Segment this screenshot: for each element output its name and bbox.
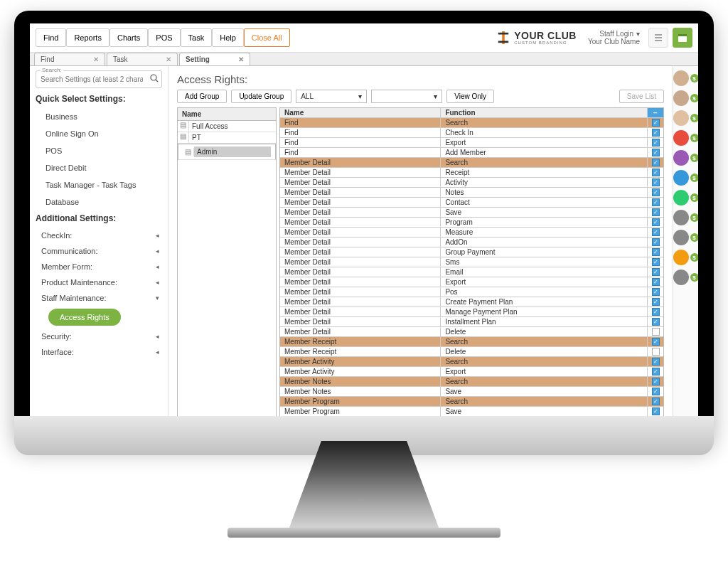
checkbox[interactable]: ✓ [652, 208, 660, 216]
sidebar-item-staff-maintenance-[interactable]: Staff Maintenance:▾ [36, 290, 162, 306]
tab-setting[interactable]: Setting✕ [179, 53, 250, 65]
sidebar-item-task-manager-task-tags[interactable]: Task Manager - Task Tags [36, 176, 162, 193]
user-menu[interactable]: Staff Login▾ Your Club Name [588, 30, 640, 46]
user-avatar[interactable]: $ [673, 170, 699, 186]
checkbox[interactable]: ✓ [652, 198, 660, 206]
filter-select[interactable]: ALL▾ [296, 90, 367, 103]
search-settings[interactable]: Search: [36, 70, 162, 88]
save-list-button[interactable]: Save List [619, 90, 664, 103]
sidebar-item-product-maintenance-[interactable]: Product Maintenance:◂ [36, 274, 162, 290]
dollar-icon[interactable]: $ [690, 134, 699, 142]
sidebar-item-database[interactable]: Database [36, 193, 162, 210]
checkbox[interactable]: ✓ [652, 188, 660, 196]
sidebar-item-online-sign-on[interactable]: Online Sign On [36, 125, 162, 142]
sidebar-item-direct-debit[interactable]: Direct Debit [36, 159, 162, 176]
group-row[interactable]: ▤Full Access [178, 121, 276, 132]
sidebar-item-checkin-[interactable]: CheckIn:◂ [36, 228, 162, 243]
add-group-button[interactable]: Add Group [177, 90, 227, 103]
drag-icon[interactable]: ▤ [178, 121, 189, 132]
checkbox[interactable]: ✓ [652, 298, 660, 306]
chevron-left-icon: ◂ [156, 279, 159, 286]
group-row[interactable]: ▤Admin [178, 144, 276, 160]
calendar-icon[interactable] [673, 28, 692, 48]
checkbox[interactable]: ✓ [652, 149, 660, 156]
sidebar-item-communication-[interactable]: Communication:◂ [36, 243, 162, 259]
sidebar-item-security-[interactable]: Security:◂ [36, 329, 162, 344]
checkbox[interactable]: ✓ [652, 178, 660, 186]
user-avatar[interactable]: $ [673, 250, 699, 265]
tab-find[interactable]: Find✕ [34, 53, 105, 65]
user-avatar[interactable]: $ [673, 110, 699, 126]
checkbox[interactable]: ✓ [652, 238, 660, 246]
user-avatar[interactable]: $ [673, 150, 699, 166]
close-icon[interactable]: ✕ [238, 55, 244, 63]
user-avatar[interactable]: $ [673, 210, 699, 225]
checkbox[interactable]: ✓ [652, 278, 660, 286]
checkbox[interactable]: ✓ [652, 378, 660, 385]
dollar-icon[interactable]: $ [690, 273, 699, 282]
checkbox[interactable]: ✓ [652, 308, 660, 316]
checkbox[interactable]: ✓ [652, 338, 660, 346]
sidebar-item-pos[interactable]: POS [36, 142, 162, 159]
search-icon[interactable] [150, 74, 159, 84]
sidebar-item-business[interactable]: Business [36, 108, 162, 125]
dollar-icon[interactable]: $ [690, 174, 699, 182]
secondary-select[interactable]: ▾ [371, 90, 442, 103]
user-avatar[interactable]: $ [673, 130, 699, 146]
dollar-icon[interactable]: $ [690, 253, 699, 262]
toolbar-pos-button[interactable]: POS [148, 28, 180, 47]
toolbar-close-all-button[interactable]: Close All [244, 28, 290, 47]
checkbox[interactable]: ✓ [652, 407, 660, 415]
checkbox[interactable]: ✓ [652, 129, 660, 137]
checkbox[interactable]: ✓ [652, 119, 660, 127]
close-icon[interactable]: ✕ [93, 55, 99, 63]
toolbar-find-button[interactable]: Find [36, 28, 66, 47]
list-icon[interactable] [648, 28, 668, 48]
user-avatar[interactable]: $ [673, 270, 699, 285]
toolbar-charts-button[interactable]: Charts [109, 28, 148, 47]
drag-icon[interactable]: ▤ [178, 132, 189, 143]
dollar-icon[interactable]: $ [690, 213, 699, 222]
dollar-icon[interactable]: $ [690, 94, 699, 102]
toolbar-help-button[interactable]: Help [212, 28, 244, 47]
view-only-button[interactable]: View Only [446, 90, 494, 103]
user-avatar[interactable]: $ [673, 190, 699, 206]
dollar-icon[interactable]: $ [690, 154, 699, 162]
checkbox[interactable]: ✓ [652, 228, 660, 236]
user-avatar[interactable]: $ [673, 70, 699, 86]
checkbox[interactable]: ✓ [652, 218, 660, 226]
checkbox[interactable]: ✓ [652, 348, 660, 356]
dollar-icon[interactable]: $ [690, 114, 699, 122]
search-input[interactable] [38, 73, 146, 86]
toolbar-task-button[interactable]: Task [181, 28, 213, 47]
checkbox[interactable]: ✓ [652, 368, 660, 375]
checkbox[interactable]: ✓ [652, 358, 660, 366]
checkbox[interactable]: ✓ [652, 328, 660, 336]
minus-icon[interactable]: − [648, 108, 663, 117]
sidebar-item-interface-[interactable]: Interface:◂ [36, 344, 162, 360]
checkbox[interactable]: ✓ [652, 398, 660, 405]
toolbar-reports-button[interactable]: Reports [66, 28, 109, 47]
dollar-icon[interactable]: $ [690, 233, 699, 242]
checkbox[interactable]: ✓ [652, 248, 660, 256]
user-avatar[interactable]: $ [673, 230, 699, 245]
checkbox[interactable]: ✓ [652, 268, 660, 276]
checkbox[interactable]: ✓ [652, 288, 660, 296]
checkbox[interactable]: ✓ [652, 169, 660, 176]
checkbox[interactable]: ✓ [652, 388, 660, 395]
checkbox[interactable]: ✓ [652, 159, 660, 166]
user-avatar[interactable]: $ [673, 90, 699, 106]
drag-icon[interactable]: ▤ [183, 148, 194, 156]
checkbox[interactable]: ✓ [652, 258, 660, 266]
permission-row: Member DetailAddOn✓ [280, 238, 663, 247]
close-icon[interactable]: ✕ [166, 55, 171, 63]
sidebar-item-member-form-[interactable]: Member Form:◂ [36, 259, 162, 274]
dollar-icon[interactable]: $ [690, 74, 699, 82]
tab-task[interactable]: Task✕ [107, 53, 178, 65]
group-row[interactable]: ▤PT [178, 132, 276, 144]
update-group-button[interactable]: Update Group [231, 90, 291, 103]
sidebar-item-access-rights[interactable]: Access Rights [48, 309, 121, 326]
checkbox[interactable]: ✓ [652, 139, 660, 146]
dollar-icon[interactable]: $ [690, 193, 699, 202]
checkbox[interactable]: ✓ [652, 318, 660, 326]
